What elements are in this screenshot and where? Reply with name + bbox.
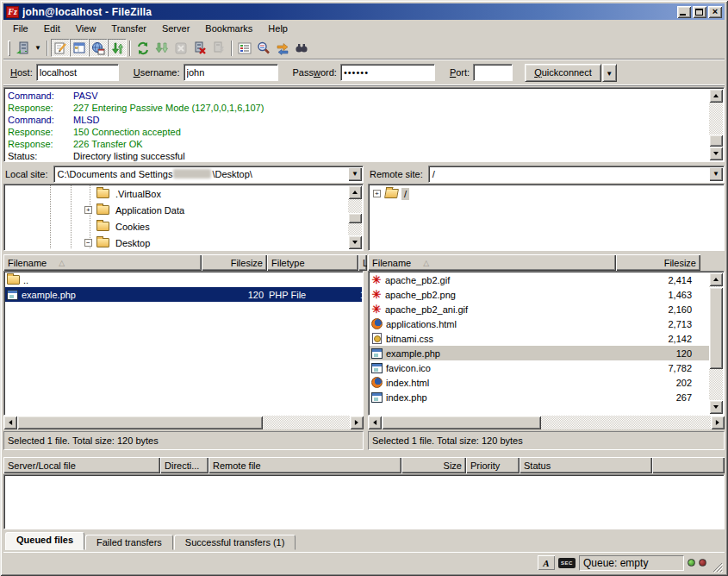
scroll-thumb[interactable] bbox=[348, 213, 362, 223]
scroll-thumb[interactable] bbox=[709, 135, 723, 147]
file-row[interactable]: example.php120 bbox=[370, 346, 723, 360]
filter-button[interactable] bbox=[235, 39, 254, 57]
column-header-filename[interactable]: Filename△ bbox=[3, 254, 202, 271]
scroll-thumb[interactable] bbox=[17, 416, 263, 429]
tab-queued-files[interactable]: Queued files bbox=[5, 532, 84, 550]
scroll-thumb[interactable] bbox=[709, 287, 723, 369]
column-header-filetype[interactable]: Filetype bbox=[267, 254, 358, 271]
scroll-down-button[interactable] bbox=[709, 147, 723, 160]
toggle-message-log-button[interactable] bbox=[51, 39, 70, 57]
find-files-button[interactable] bbox=[292, 39, 311, 57]
file-row[interactable]: bitnami.css2,142 bbox=[370, 331, 723, 346]
collapse-icon[interactable]: − bbox=[84, 239, 92, 247]
tab-failed-transfers[interactable]: Failed transfers bbox=[85, 535, 173, 550]
scroll-down-button[interactable] bbox=[709, 400, 723, 414]
menu-item-view[interactable]: View bbox=[68, 22, 104, 35]
tree-item[interactable]: −Desktop bbox=[5, 235, 348, 249]
cancel-button[interactable] bbox=[171, 39, 190, 57]
combo-dropdown-button[interactable]: ▼ bbox=[709, 167, 723, 181]
scroll-up-button[interactable] bbox=[709, 89, 723, 103]
menu-item-file[interactable]: File bbox=[5, 22, 36, 35]
message-log-scrollbar[interactable] bbox=[709, 89, 723, 160]
scroll-thumb[interactable] bbox=[382, 416, 541, 429]
file-row[interactable]: applications.html2,713 bbox=[370, 316, 723, 331]
local-site-combobox[interactable]: C:\Documents and Settings\Desktop\ ▼ bbox=[53, 166, 364, 183]
site-manager-dropdown[interactable]: ▼ bbox=[32, 39, 44, 57]
refresh-button[interactable] bbox=[134, 39, 152, 57]
encryption-indicator-icon[interactable]: SEC bbox=[558, 558, 576, 568]
toggle-transfer-queue-button[interactable] bbox=[108, 39, 127, 57]
file-cell-type: PHP File bbox=[269, 287, 360, 302]
file-row[interactable]: ✳apache_pb2.png1,463 bbox=[370, 287, 723, 302]
scroll-up-button[interactable] bbox=[348, 185, 362, 199]
scroll-left-button[interactable] bbox=[368, 416, 382, 429]
reconnect-button[interactable] bbox=[209, 39, 228, 57]
tree-item-label[interactable]: Cookies bbox=[113, 221, 152, 233]
column-header-server-local-file[interactable]: Server/Local file bbox=[3, 457, 160, 473]
tree-item-label[interactable]: / bbox=[401, 188, 409, 200]
column-header-status[interactable]: Status bbox=[520, 457, 652, 473]
password-input[interactable] bbox=[340, 64, 435, 81]
host-input[interactable] bbox=[36, 64, 119, 81]
expand-icon[interactable]: + bbox=[373, 190, 381, 197]
toggle-remote-tree-button[interactable] bbox=[89, 39, 108, 57]
file-row[interactable]: index.html202 bbox=[370, 375, 723, 390]
column-header-size[interactable]: Size bbox=[401, 457, 466, 473]
remote-site-combobox[interactable]: / ▼ bbox=[428, 166, 725, 183]
combo-dropdown-button[interactable]: ▼ bbox=[348, 167, 362, 181]
local-tree-scrollbar[interactable] bbox=[348, 185, 362, 249]
file-row[interactable]: .. bbox=[5, 272, 362, 287]
directory-comparison-button[interactable] bbox=[254, 39, 273, 57]
file-row[interactable]: ✳apache_pb2_ani.gif2,160 bbox=[370, 302, 723, 316]
column-header-filesize[interactable]: Filesize bbox=[616, 254, 700, 271]
minimize-button[interactable] bbox=[677, 6, 691, 18]
expand-icon[interactable]: + bbox=[84, 206, 92, 214]
menu-item-server[interactable]: Server bbox=[154, 22, 197, 35]
site-manager-button[interactable] bbox=[13, 39, 32, 57]
port-input[interactable] bbox=[473, 64, 513, 81]
remote-list-scrollbar[interactable] bbox=[709, 272, 723, 414]
tree-item[interactable]: .VirtualBox bbox=[5, 185, 348, 202]
scroll-up-button[interactable] bbox=[709, 272, 723, 286]
column-header-directi-[interactable]: Directi... bbox=[160, 457, 208, 473]
remote-list-hscrollbar[interactable] bbox=[368, 416, 725, 430]
file-row[interactable]: ✳apache_pb2.gif2,414 bbox=[370, 272, 723, 287]
menu-item-edit[interactable]: Edit bbox=[36, 22, 68, 35]
username-input[interactable] bbox=[184, 64, 278, 81]
scroll-down-button[interactable] bbox=[348, 235, 362, 249]
column-header-blank[interactable] bbox=[652, 457, 725, 473]
close-button[interactable]: × bbox=[708, 6, 722, 18]
file-row[interactable]: favicon.ico7,782 bbox=[370, 360, 723, 375]
quickconnect-button[interactable]: Quickconnect bbox=[525, 64, 601, 82]
transfer-type-indicator[interactable]: A bbox=[538, 555, 555, 570]
tree-item-label[interactable]: Application Data bbox=[113, 204, 187, 216]
menu-item-help[interactable]: Help bbox=[260, 22, 296, 35]
file-row[interactable]: example.php120PHP File1 bbox=[5, 287, 362, 302]
column-header-filesize[interactable]: Filesize bbox=[202, 254, 267, 271]
process-queue-button[interactable] bbox=[152, 39, 171, 57]
tree-item-label[interactable]: Desktop bbox=[113, 237, 152, 249]
scroll-right-button[interactable] bbox=[711, 416, 725, 429]
tree-item-label[interactable]: .VirtualBox bbox=[113, 188, 164, 200]
tab-successful-transfers-1-[interactable]: Successful transfers (1) bbox=[174, 535, 296, 550]
menu-item-transfer[interactable]: Transfer bbox=[103, 22, 154, 35]
local-list-hscrollbar[interactable] bbox=[3, 416, 364, 430]
scroll-left-button[interactable] bbox=[3, 416, 17, 429]
disconnect-button[interactable] bbox=[190, 39, 209, 57]
column-header-remote-file[interactable]: Remote file bbox=[208, 457, 401, 473]
tree-item[interactable]: +/ bbox=[370, 185, 723, 202]
file-row[interactable]: index.php267 bbox=[370, 390, 723, 404]
synchronized-browsing-button[interactable] bbox=[273, 39, 292, 57]
column-header-l[interactable]: L bbox=[358, 254, 367, 271]
toggle-local-tree-button[interactable] bbox=[70, 39, 89, 57]
column-header-filename[interactable]: Filename△ bbox=[368, 254, 616, 271]
menu-item-bookmarks[interactable]: Bookmarks bbox=[197, 22, 260, 35]
scroll-right-button[interactable] bbox=[350, 416, 364, 429]
tree-item[interactable]: Cookies bbox=[5, 218, 348, 235]
toolbar-grip[interactable] bbox=[8, 41, 10, 56]
tree-item[interactable]: +Application Data bbox=[5, 202, 348, 218]
column-header-priority[interactable]: Priority bbox=[466, 457, 520, 473]
maximize-button[interactable] bbox=[693, 6, 706, 18]
resize-grip[interactable] bbox=[712, 561, 723, 573]
quickconnect-dropdown[interactable]: ▼ bbox=[602, 64, 617, 82]
